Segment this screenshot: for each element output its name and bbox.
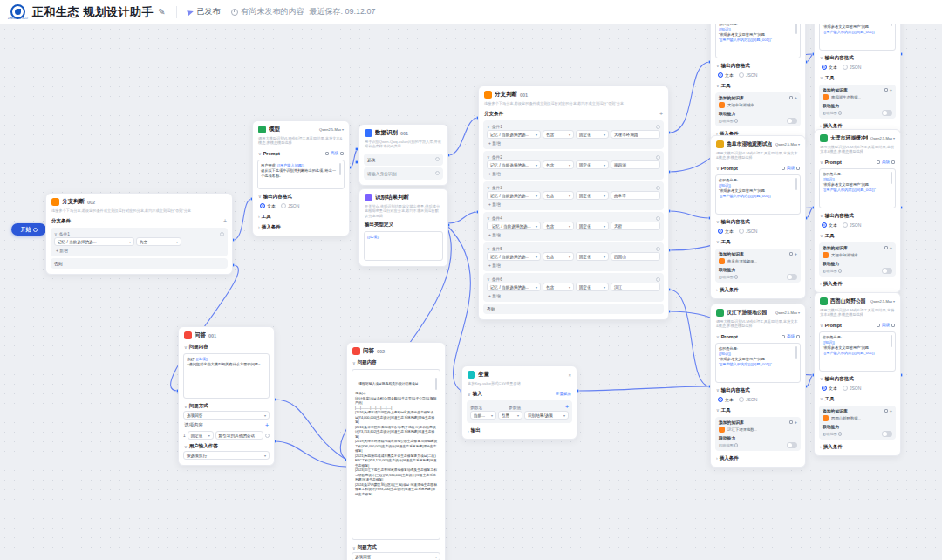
- scope-toggle[interactable]: [882, 431, 892, 437]
- output-type-box[interactable]: {{选项}}: [364, 231, 443, 261]
- condition-settings-icon[interactable]: [220, 232, 224, 236]
- advanced-link[interactable]: 高级: [882, 323, 890, 327]
- add-condition-icon[interactable]: +: [223, 218, 227, 224]
- settings-icon[interactable]: [789, 96, 793, 99]
- qa-node-002[interactable]: 问答 002 ∨问题内容 请根据输入项目挑选相关的设计结果项目 选项(s): |…: [346, 342, 446, 560]
- condition-value-input[interactable]: 南四湖: [611, 160, 660, 169]
- condition-settings-icon[interactable]: [656, 216, 660, 221]
- format-text-radio[interactable]: 文本: [822, 65, 837, 70]
- format-text-radio[interactable]: 文本: [260, 203, 276, 208]
- question-mode-select[interactable]: 选项回答▾: [183, 411, 270, 420]
- knowledge-base-item[interactable]: 曲阜市湿地观测...: [727, 259, 757, 263]
- insert-condition-section[interactable]: 插入条件: [823, 281, 843, 287]
- branch-node-002[interactable]: 分支判断 002 连接多个下游分支,若设定的条件成立则仅运行对应的分支,若均不成…: [45, 193, 233, 275]
- more-icon[interactable]: [891, 324, 895, 327]
- add-kb-icon[interactable]: +: [795, 95, 797, 100]
- advanced-link[interactable]: 高级: [787, 334, 795, 338]
- add-row-button[interactable]: + 新增: [487, 231, 660, 238]
- condition-settings-icon[interactable]: [656, 155, 660, 160]
- format-text-radio[interactable]: 文本: [718, 397, 734, 402]
- knowledge-base-item[interactable]: 大理市环湖城市...: [831, 253, 861, 257]
- edit-title-icon[interactable]: ✎: [158, 7, 165, 17]
- advanced-link[interactable]: 高级: [882, 160, 890, 164]
- format-text-radio[interactable]: 文本: [718, 229, 734, 234]
- expand-icon[interactable]: [782, 335, 785, 338]
- operator-select[interactable]: 包含▾: [543, 252, 574, 261]
- field-select[interactable]: 记忆 / 当前选择的选...▾: [487, 283, 541, 291]
- operator-select[interactable]: 包含▾: [543, 283, 574, 291]
- add-param-icon[interactable]: +: [565, 404, 569, 410]
- variable-node[interactable]: 变量 × 支持Key-value形式CSV变量存储 ∨输入 变量赋值 参数名 参…: [461, 365, 577, 440]
- output-section-label[interactable]: 输出: [471, 427, 481, 434]
- more-icon[interactable]: [796, 167, 800, 170]
- insert-condition-section[interactable]: 插入条件: [823, 123, 843, 129]
- settings-icon[interactable]: [789, 420, 793, 424]
- operator-select[interactable]: 包含▾: [543, 160, 574, 169]
- llm-node-b-mid[interactable]: 大理市环湖缓冲带 Qwen2.5-Max▾ 调用大模型识别VLM或处理工具返回结…: [814, 129, 901, 293]
- add-kb-icon[interactable]: +: [890, 408, 892, 413]
- settings-icon[interactable]: [884, 88, 888, 92]
- field-settings-icon[interactable]: [435, 157, 440, 161]
- field-select[interactable]: 记忆 / 当前选择的选...▾: [487, 191, 541, 200]
- more-icon[interactable]: [340, 152, 344, 155]
- format-text-radio[interactable]: 文本: [822, 222, 837, 228]
- option-settings-icon[interactable]: [265, 434, 270, 438]
- format-json-radio[interactable]: JSON: [843, 222, 861, 228]
- model-select[interactable]: Qwen2.5-Max▾: [870, 136, 895, 140]
- condition-settings-icon[interactable]: [656, 125, 660, 129]
- option-type-select[interactable]: 固定值▾: [188, 431, 214, 440]
- format-json-radio[interactable]: JSON: [739, 397, 757, 402]
- llm-node-a-bot[interactable]: 汉江下游湿地公园 Qwen2.5-Max▾ 调用大模型识别VLM或处理工具返回结…: [710, 304, 806, 468]
- tools-section[interactable]: 工具: [262, 214, 271, 220]
- operator-select[interactable]: 包含▾: [543, 130, 574, 139]
- param-value-select[interactable]: 识别结果/选项▾: [524, 411, 569, 420]
- knowledge-base-item[interactable]: 大理市环湖城市...: [727, 103, 757, 107]
- add-kb-icon[interactable]: +: [795, 420, 797, 425]
- condition-value-input[interactable]: 曲阜市: [611, 191, 660, 200]
- question-mode-select[interactable]: 选项回答▾: [352, 552, 440, 560]
- format-json-radio[interactable]: JSON: [843, 65, 861, 70]
- condition-value-input[interactable]: 汉江: [611, 283, 660, 291]
- assign-variable-link[interactable]: 变量赋值: [556, 392, 571, 396]
- model-select[interactable]: Qwen2.5-Max ▾: [319, 127, 344, 132]
- prompt-textarea[interactable]: 用户要求: {{用户输入问题}} 请从以下选项中识别并判断给出的选项, 给出一 …: [257, 160, 345, 189]
- data-recognition-node[interactable]: 数据识别 001 用于识别Qwen-Qwq-value识别的字符入库,并依据补全…: [358, 124, 448, 186]
- close-icon[interactable]: ×: [568, 372, 571, 378]
- tools-section[interactable]: 工具: [721, 239, 731, 245]
- qa-node-001[interactable]: 问答 001 ∨问题内容 你好! {{选项}} ~请问您对这些大模型相关有什么方…: [178, 326, 275, 466]
- add-condition-icon[interactable]: +: [659, 111, 663, 117]
- add-row-button[interactable]: + 新增: [54, 247, 224, 254]
- format-text-radio[interactable]: 文本: [822, 386, 837, 391]
- field-select[interactable]: 记忆 / 当前选择的选...▾: [487, 160, 541, 169]
- scope-toggle[interactable]: [882, 268, 892, 274]
- param-ref-select[interactable]: 引用▾: [498, 411, 522, 420]
- operator-select[interactable]: 为空 ▾: [136, 237, 181, 246]
- add-row-button[interactable]: + 新增: [487, 140, 660, 147]
- add-row-button[interactable]: + 新增: [487, 292, 660, 299]
- user-input-mode-select[interactable]: 按选项执行▾: [183, 451, 270, 460]
- type-select[interactable]: 固定值▾: [576, 222, 609, 230]
- format-text-radio[interactable]: 文本: [718, 72, 734, 78]
- field-select[interactable]: 记忆 / 当前选择的选...▾: [487, 222, 541, 230]
- field-settings-icon[interactable]: [435, 171, 440, 175]
- input-placeholder[interactable]: 请输入身份识别: [367, 171, 397, 176]
- llm-node-b-bot[interactable]: 西固山郊野公园 Qwen2.5-Max▾ 调用大模型识别VLM或处理工具返回结果…: [814, 292, 901, 456]
- start-node[interactable]: 开始: [11, 223, 46, 236]
- condition-value-input[interactable]: 大理市环湖路: [611, 130, 660, 139]
- tools-section[interactable]: 工具: [825, 233, 835, 239]
- insert-condition-section[interactable]: 插入条件: [823, 444, 843, 450]
- format-json-radio[interactable]: JSON: [281, 203, 299, 208]
- field-select[interactable]: 记忆 / 当前选择的选...▾: [487, 130, 541, 139]
- prompt-textarea[interactable]: 你的角色是: {{知识}} “依据参考文义回答用户”问题 “{{用户输入的内容}…: [819, 24, 896, 51]
- scope-toggle[interactable]: [787, 118, 797, 124]
- scope-toggle[interactable]: [787, 274, 797, 280]
- option-value-input[interactable]: 如引导到其他的会话: [215, 431, 263, 440]
- add-row-button[interactable]: + 新增: [487, 262, 660, 269]
- scrollbar[interactable]: [795, 346, 797, 359]
- prompt-textarea[interactable]: 你的角色是: {{知识}} “依据参考文义回答用户”问题 “{{用户输入的内容}…: [715, 343, 801, 383]
- tools-section[interactable]: 工具: [825, 75, 835, 81]
- advanced-link[interactable]: 高级: [787, 166, 795, 170]
- condition-settings-icon[interactable]: [656, 247, 660, 251]
- scrollbar[interactable]: [795, 178, 797, 190]
- llm-node-a-mid[interactable]: 曲阜市湿地观测试点 Qwen2.5-Max▾ 调用大模型识别VLM或处理工具返回…: [710, 135, 806, 299]
